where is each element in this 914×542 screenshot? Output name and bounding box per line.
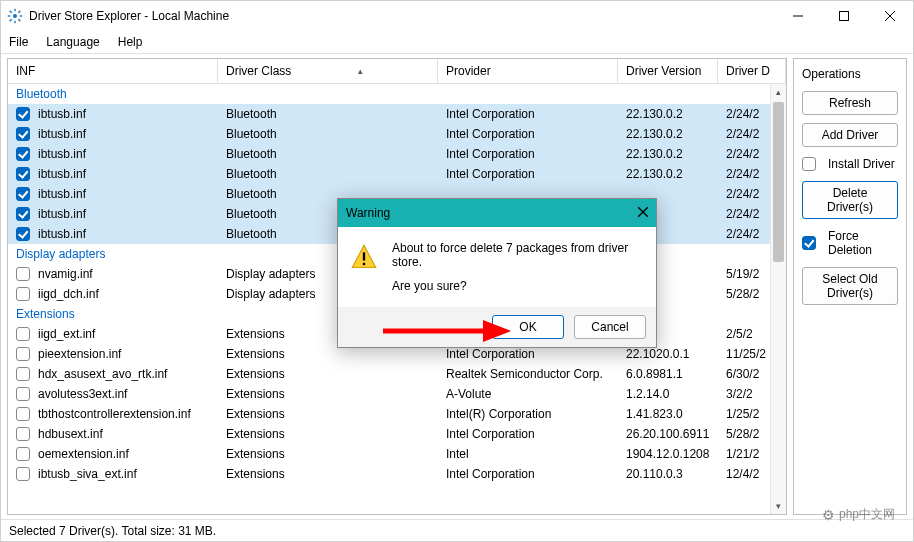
grid-header: INF Driver Class▴ Provider Driver Versio… bbox=[8, 59, 786, 84]
dialog-line2: Are you sure? bbox=[392, 279, 644, 293]
cell-class: Extensions bbox=[226, 367, 446, 381]
cell-provider: Intel Corporation bbox=[446, 107, 626, 121]
dialog-line1: About to force delete 7 packages from dr… bbox=[392, 241, 644, 269]
cell-version: 22.1020.0.1 bbox=[626, 347, 726, 361]
row-checkbox[interactable] bbox=[16, 207, 30, 221]
scroll-thumb[interactable] bbox=[773, 102, 784, 262]
table-row[interactable]: hdx_asusext_avo_rtk.infExtensionsRealtek… bbox=[8, 364, 786, 384]
table-row[interactable]: hdbusext.infExtensionsIntel Corporation2… bbox=[8, 424, 786, 444]
operations-panel: Operations Refresh Add Driver Install Dr… bbox=[793, 58, 907, 515]
row-checkbox[interactable] bbox=[16, 267, 30, 281]
statusbar: Selected 7 Driver(s). Total size: 31 MB. bbox=[1, 519, 913, 541]
row-checkbox[interactable] bbox=[16, 367, 30, 381]
refresh-button[interactable]: Refresh bbox=[802, 91, 898, 115]
dialog-ok-button[interactable]: OK bbox=[492, 315, 564, 339]
row-checkbox[interactable] bbox=[16, 127, 30, 141]
svg-line-6 bbox=[18, 19, 20, 21]
delete-drivers-button[interactable]: Delete Driver(s) bbox=[802, 181, 898, 219]
warning-icon bbox=[350, 243, 378, 271]
svg-rect-17 bbox=[363, 263, 365, 265]
group-row[interactable]: Bluetooth bbox=[8, 84, 786, 104]
cell-class: Extensions bbox=[226, 347, 446, 361]
maximize-button[interactable] bbox=[821, 1, 867, 31]
row-checkbox[interactable] bbox=[16, 347, 30, 361]
cell-version: 1.2.14.0 bbox=[626, 387, 726, 401]
svg-line-8 bbox=[18, 11, 20, 13]
col-header-date[interactable]: Driver D bbox=[718, 59, 786, 83]
cell-class: Bluetooth bbox=[226, 127, 446, 141]
cell-class: Extensions bbox=[226, 427, 446, 441]
cell-version: 22.130.0.2 bbox=[626, 167, 726, 181]
dialog-cancel-button[interactable]: Cancel bbox=[574, 315, 646, 339]
cell-inf: hdx_asusext_avo_rtk.inf bbox=[36, 367, 226, 381]
row-checkbox[interactable] bbox=[16, 147, 30, 161]
cell-version: 22.130.0.2 bbox=[626, 107, 726, 121]
cell-class: Extensions bbox=[226, 467, 446, 481]
row-checkbox[interactable] bbox=[16, 387, 30, 401]
force-deletion-row[interactable]: Force Deletion bbox=[802, 227, 898, 259]
table-row[interactable]: ibtusb.infBluetoothIntel Corporation22.1… bbox=[8, 164, 786, 184]
cell-provider: Intel bbox=[446, 447, 626, 461]
row-checkbox[interactable] bbox=[16, 327, 30, 341]
col-header-provider[interactable]: Provider bbox=[438, 59, 618, 83]
col-header-class[interactable]: Driver Class▴ bbox=[218, 59, 438, 83]
svg-line-7 bbox=[10, 19, 12, 21]
table-row[interactable]: oemextension.infExtensionsIntel1904.12.0… bbox=[8, 444, 786, 464]
cell-provider: Intel Corporation bbox=[446, 167, 626, 181]
row-checkbox[interactable] bbox=[16, 187, 30, 201]
cell-inf: ibtusb.inf bbox=[36, 187, 226, 201]
app-window: Driver Store Explorer - Local Machine Fi… bbox=[0, 0, 914, 542]
status-text: Selected 7 Driver(s). Total size: 31 MB. bbox=[9, 524, 216, 538]
dialog-titlebar[interactable]: Warning bbox=[338, 199, 656, 227]
table-row[interactable]: tbthostcontrollerextension.infExtensions… bbox=[8, 404, 786, 424]
force-deletion-checkbox[interactable] bbox=[802, 236, 816, 250]
cell-provider: Intel Corporation bbox=[446, 467, 626, 481]
row-checkbox[interactable] bbox=[16, 407, 30, 421]
watermark-text: php中文网 bbox=[839, 506, 895, 523]
dialog-title: Warning bbox=[346, 206, 390, 220]
menu-file[interactable]: File bbox=[9, 35, 28, 49]
install-driver-checkbox[interactable] bbox=[802, 157, 816, 171]
svg-line-5 bbox=[10, 11, 12, 13]
menubar: File Language Help bbox=[1, 31, 913, 53]
select-old-drivers-button[interactable]: Select Old Driver(s) bbox=[802, 267, 898, 305]
row-checkbox[interactable] bbox=[16, 427, 30, 441]
cell-inf: ibtusb.inf bbox=[36, 227, 226, 241]
warning-dialog: Warning About to force delete 7 packages… bbox=[337, 198, 657, 348]
cell-inf: pieextension.inf bbox=[36, 347, 226, 361]
vertical-scrollbar[interactable]: ▴ ▾ bbox=[770, 84, 786, 514]
install-driver-row[interactable]: Install Driver bbox=[802, 155, 898, 173]
col-header-inf[interactable]: INF bbox=[8, 59, 218, 83]
watermark: ⚙ php中文网 bbox=[822, 506, 895, 523]
cell-inf: nvamig.inf bbox=[36, 267, 226, 281]
row-checkbox[interactable] bbox=[16, 447, 30, 461]
row-checkbox[interactable] bbox=[16, 107, 30, 121]
table-row[interactable]: ibtusb.infBluetoothIntel Corporation22.1… bbox=[8, 144, 786, 164]
dialog-close-icon[interactable] bbox=[638, 206, 648, 220]
cell-class: Extensions bbox=[226, 387, 446, 401]
minimize-button[interactable] bbox=[775, 1, 821, 31]
cell-version: 20.110.0.3 bbox=[626, 467, 726, 481]
app-icon bbox=[7, 8, 23, 24]
cell-inf: ibtusb.inf bbox=[36, 147, 226, 161]
close-button[interactable] bbox=[867, 1, 913, 31]
row-checkbox[interactable] bbox=[16, 467, 30, 481]
cell-inf: oemextension.inf bbox=[36, 447, 226, 461]
row-checkbox[interactable] bbox=[16, 227, 30, 241]
add-driver-button[interactable]: Add Driver bbox=[802, 123, 898, 147]
menu-language[interactable]: Language bbox=[46, 35, 99, 49]
cell-inf: tbthostcontrollerextension.inf bbox=[36, 407, 226, 421]
operations-heading: Operations bbox=[802, 67, 898, 81]
row-checkbox[interactable] bbox=[16, 287, 30, 301]
scroll-up-icon[interactable]: ▴ bbox=[771, 84, 786, 100]
scroll-down-icon[interactable]: ▾ bbox=[771, 498, 786, 514]
table-row[interactable]: avolutess3ext.infExtensionsA-Volute1.2.1… bbox=[8, 384, 786, 404]
row-checkbox[interactable] bbox=[16, 167, 30, 181]
table-row[interactable]: ibtusb_siva_ext.infExtensionsIntel Corpo… bbox=[8, 464, 786, 484]
table-row[interactable]: ibtusb.infBluetoothIntel Corporation22.1… bbox=[8, 124, 786, 144]
col-header-version[interactable]: Driver Version bbox=[618, 59, 718, 83]
cell-version: 26.20.100.6911 bbox=[626, 427, 726, 441]
table-row[interactable]: ibtusb.infBluetoothIntel Corporation22.1… bbox=[8, 104, 786, 124]
menu-help[interactable]: Help bbox=[118, 35, 143, 49]
cell-class: Extensions bbox=[226, 407, 446, 421]
